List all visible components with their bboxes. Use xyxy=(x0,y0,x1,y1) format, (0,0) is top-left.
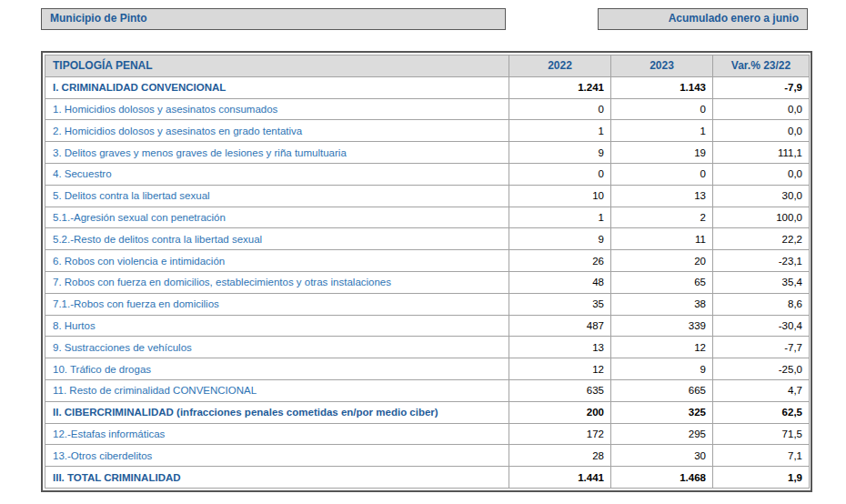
value-2023: 9 xyxy=(611,358,713,380)
value-var-pct: 0,0 xyxy=(713,98,810,120)
table-row: 7. Robos con fuerza en domicilios, estab… xyxy=(45,271,810,293)
value-2023: 1.143 xyxy=(611,76,713,98)
value-var-pct: 62,5 xyxy=(713,401,810,423)
row-label: 13.-Otros ciberdelitos xyxy=(45,445,509,467)
row-label: 5.2.-Resto de delitos contra la libertad… xyxy=(45,228,509,250)
value-2022: 487 xyxy=(509,315,611,337)
value-2023: 11 xyxy=(611,228,713,250)
row-label: 9. Sustracciones de vehículos xyxy=(45,337,509,358)
value-var-pct: 111,1 xyxy=(713,142,810,164)
row-label: 1. Homicidios dolosos y asesinatos consu… xyxy=(45,98,509,120)
value-2023: 20 xyxy=(611,250,713,272)
value-2022: 28 xyxy=(509,445,611,467)
value-2022: 172 xyxy=(509,423,611,445)
row-label: 3. Delitos graves y menos graves de lesi… xyxy=(45,142,509,164)
value-2023: 12 xyxy=(611,337,713,358)
table-row: II. CIBERCRIMINALIDAD (infracciones pena… xyxy=(45,401,810,423)
row-label: 7. Robos con fuerza en domicilios, estab… xyxy=(45,271,509,293)
value-var-pct: 7,1 xyxy=(713,445,810,467)
table-row: 5. Delitos contra la libertad sexual1013… xyxy=(45,185,810,207)
column-header-var-pct: Var.% 23/22 xyxy=(713,55,810,77)
value-2023: 1.468 xyxy=(611,467,713,489)
value-var-pct: 1,9 xyxy=(713,467,810,489)
table-row: 4. Secuestro000,0 xyxy=(45,163,810,185)
row-label: 8. Hurtos xyxy=(45,315,509,337)
value-var-pct: 30,0 xyxy=(713,185,810,207)
column-header-2023: 2023 xyxy=(611,55,713,77)
value-var-pct: -25,0 xyxy=(713,358,810,380)
value-2023: 339 xyxy=(611,315,713,337)
table-row: 10. Tráfico de drogas129-25,0 xyxy=(45,358,810,380)
row-label: 5. Delitos contra la libertad sexual xyxy=(45,185,509,207)
value-2022: 10 xyxy=(509,185,611,207)
row-label: 10. Tráfico de drogas xyxy=(45,358,509,380)
value-var-pct: -7,7 xyxy=(713,337,810,358)
value-2022: 35 xyxy=(509,293,611,315)
value-2022: 635 xyxy=(509,379,611,401)
value-2023: 30 xyxy=(611,445,713,467)
value-2023: 665 xyxy=(611,379,713,401)
value-2023: 38 xyxy=(611,293,713,315)
row-label: 4. Secuestro xyxy=(45,163,509,185)
value-var-pct: 22,2 xyxy=(713,228,810,250)
table-row: 2. Homicidios dolosos y asesinatos en gr… xyxy=(45,120,810,142)
value-2022: 0 xyxy=(509,98,611,120)
period-title-box: Acumulado enero a junio xyxy=(598,8,808,30)
value-var-pct: 100,0 xyxy=(713,207,810,228)
row-label: II. CIBERCRIMINALIDAD (infracciones pena… xyxy=(45,401,509,423)
row-label: 11. Resto de criminalidad CONVENCIONAL xyxy=(45,379,509,401)
table-row: 12.-Estafas informáticas17229571,5 xyxy=(45,423,810,445)
value-2023: 325 xyxy=(611,401,713,423)
value-2022: 1.441 xyxy=(509,467,611,489)
value-var-pct: 0,0 xyxy=(713,120,810,142)
row-label: 2. Homicidios dolosos y asesinatos en gr… xyxy=(45,120,509,142)
value-2023: 0 xyxy=(611,163,713,185)
value-var-pct: -30,4 xyxy=(713,315,810,337)
row-label: 12.-Estafas informáticas xyxy=(45,423,509,445)
value-2023: 2 xyxy=(611,207,713,228)
row-label: I. CRIMINALIDAD CONVENCIONAL xyxy=(45,76,509,98)
table-row: 11. Resto de criminalidad CONVENCIONAL63… xyxy=(45,379,810,401)
value-var-pct: 0,0 xyxy=(713,163,810,185)
table-row: 7.1.-Robos con fuerza en domicilios35388… xyxy=(45,293,810,315)
value-2022: 12 xyxy=(509,358,611,380)
table-row: 6. Robos con violencia e intimidación262… xyxy=(45,250,810,272)
table-header-row: TIPOLOGÍA PENAL 2022 2023 Var.% 23/22 xyxy=(45,55,810,77)
column-header-tipologia-penal: TIPOLOGÍA PENAL xyxy=(45,55,509,77)
value-2023: 13 xyxy=(611,185,713,207)
table-body: I. CRIMINALIDAD CONVENCIONAL1.2411.143-7… xyxy=(45,76,810,488)
value-2022: 48 xyxy=(509,271,611,293)
value-2022: 1 xyxy=(509,207,611,228)
row-label: 7.1.-Robos con fuerza en domicilios xyxy=(45,293,509,315)
table-row: I. CRIMINALIDAD CONVENCIONAL1.2411.143-7… xyxy=(45,76,810,98)
value-var-pct: 35,4 xyxy=(713,271,810,293)
row-label: 6. Robos con violencia e intimidación xyxy=(45,250,509,272)
value-var-pct: 71,5 xyxy=(713,423,810,445)
value-var-pct: -23,1 xyxy=(713,250,810,272)
table-row: III. TOTAL CRIMINALIDAD1.4411.4681,9 xyxy=(45,467,810,489)
value-2022: 0 xyxy=(509,163,611,185)
value-2022: 9 xyxy=(509,228,611,250)
table-row: 5.2.-Resto de delitos contra la libertad… xyxy=(45,228,810,250)
value-2022: 13 xyxy=(509,337,611,358)
municipality-title-box: Municipio de Pinto xyxy=(41,8,506,30)
value-2022: 1.241 xyxy=(509,76,611,98)
table-row: 5.1.-Agresión sexual con penetración1210… xyxy=(45,207,810,228)
value-var-pct: 8,6 xyxy=(713,293,810,315)
table-row: 3. Delitos graves y menos graves de lesi… xyxy=(45,142,810,164)
row-label: III. TOTAL CRIMINALIDAD xyxy=(45,467,509,489)
table-row: 1. Homicidios dolosos y asesinatos consu… xyxy=(45,98,810,120)
table-row: 9. Sustracciones de vehículos1312-7,7 xyxy=(45,337,810,358)
crime-statistics-table: TIPOLOGÍA PENAL 2022 2023 Var.% 23/22 I.… xyxy=(45,55,810,489)
table-row: 13.-Otros ciberdelitos28307,1 xyxy=(45,445,810,467)
value-2023: 19 xyxy=(611,142,713,164)
crime-statistics-frame: TIPOLOGÍA PENAL 2022 2023 Var.% 23/22 I.… xyxy=(41,51,812,492)
value-2023: 295 xyxy=(611,423,713,445)
value-2023: 65 xyxy=(611,271,713,293)
value-var-pct: -7,9 xyxy=(713,76,810,98)
value-2022: 9 xyxy=(509,142,611,164)
column-header-2022: 2022 xyxy=(509,55,611,77)
value-2022: 26 xyxy=(509,250,611,272)
table-row: 8. Hurtos487339-30,4 xyxy=(45,315,810,337)
value-2022: 1 xyxy=(509,120,611,142)
